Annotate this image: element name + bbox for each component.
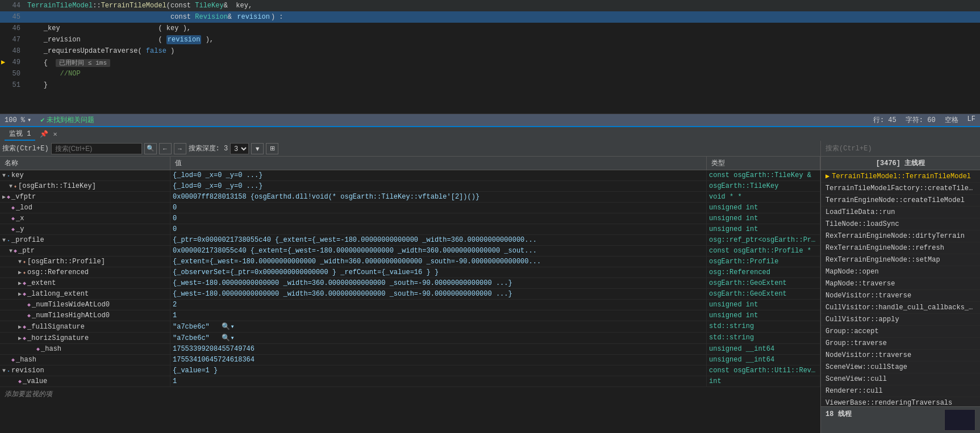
cell-value: {_west=-180.00000000000000 _width=360.00… [170, 289, 707, 299]
callstack-item-renderer-cull[interactable]: Renderer::cull [821, 385, 980, 397]
table-row[interactable]: ◆ _numTilesHighAtLod0 1 unsigned int [0, 310, 820, 321]
table-row[interactable]: ▶ ◆ _extent {_west=-180.00000000000000 _… [0, 278, 820, 289]
expand-icon[interactable]: ▶ [18, 323, 22, 330]
expand-icon[interactable]: ▶ [18, 269, 22, 276]
callstack-item-viewerbase-rendering[interactable]: ViewerBase::renderingTraversals [821, 397, 980, 406]
cell-type: unsigned int [707, 203, 820, 213]
callstack-item-dirty-terrain[interactable]: RexTerrainEngineNode::dirtyTerrain [821, 230, 980, 242]
code-line-45: 45 const Revision& revision) : [0, 11, 980, 23]
type-icon: ⬧ [23, 259, 26, 265]
header-type: 类型 [707, 157, 820, 170]
callstack-item-tilenode[interactable]: TileNode::loadSync [821, 218, 980, 230]
callstack-item-cullvisitor-handle[interactable]: CullVisitor::handle_cull_callbacks_and_t… [821, 302, 980, 314]
cell-name: ◆ _value [0, 376, 170, 386]
expand-icon[interactable]: ▼ [2, 173, 6, 179]
line-number-51: 51 [2, 81, 20, 89]
add-watch-item[interactable]: 添加要监视的项 [0, 387, 820, 401]
cell-type: const osgEarth::TileKey & [707, 170, 820, 180]
cell-type: const osgEarth::Profile * [707, 246, 820, 256]
callstack-item-factory[interactable]: TerrainTileModelFactory::createTileModel [821, 183, 980, 195]
cell-name: ▶ ⬧ osg::Referenced [0, 267, 170, 278]
expand-icon[interactable]: ▶ [18, 291, 22, 297]
table-row[interactable]: ▼ ⬧ [osgEarth::Profile] {_extent={_west=… [0, 257, 820, 267]
watch-header: 监视 1 📌 ✕ [0, 126, 980, 141]
nav-back-button[interactable]: ← [159, 143, 172, 154]
table-row[interactable]: ▶ ◆ _fullSignature "a7cbe6c" 🔍▾ std::str… [0, 321, 820, 333]
watch-close-icon[interactable]: ✕ [53, 130, 57, 138]
callstack-item-nodevisitor-traverse1[interactable]: NodeVisitor::traverse [821, 290, 980, 302]
status-ok: ✔ 未找到相关问题 [40, 115, 94, 125]
var-icon: ◆ [14, 247, 17, 254]
nav-fwd-button[interactable]: → [174, 143, 186, 154]
callstack-item-group-traverse[interactable]: Group::traverse [821, 338, 980, 350]
callstack-item-mapnode-open[interactable]: MapNode::open [821, 266, 980, 278]
table-row[interactable]: ▶ ◆ _horizSignature "a7cbe6c" 🔍▾ std::st… [0, 333, 820, 344]
table-row[interactable]: ◆ _lod 0 unsigned int [0, 203, 820, 213]
callstack-item-cullvisitor-apply[interactable]: CullVisitor::apply [821, 314, 980, 326]
table-row[interactable]: ◆ _hash 17553399208455749746 unsigned __… [0, 344, 820, 355]
cell-type: unsigned __int64 [707, 355, 820, 365]
table-row[interactable]: ▼ ⬩ _profile {_ptr=0x0000021738055c40 {_… [0, 235, 820, 246]
cell-name: ▼ ⬩ key [0, 170, 170, 180]
cell-type: unsigned int [707, 213, 820, 224]
var-icon: ◆ [27, 312, 31, 319]
table-row[interactable]: ▼ ⬧ [osgEarth::TileKey] {_lod=0 _x=0 _y=… [0, 181, 820, 192]
table-row[interactable]: ◆ _y 0 unsigned int [0, 224, 820, 235]
line-number-46: 46 [2, 24, 20, 32]
cell-name: ◆ _lod [0, 203, 170, 213]
callstack-item-setmap[interactable]: RexTerrainEngineNode::setMap [821, 254, 980, 266]
watch-pin-icon: 📌 [40, 130, 48, 138]
callstack-item-mapnode-traverse[interactable]: MapNode::traverse [821, 278, 980, 290]
expand-icon[interactable]: ▼ [2, 237, 6, 243]
table-row[interactable]: ▼ ⬩ key {_lod=0 _x=0 _y=0 ...} const osg… [0, 170, 820, 181]
watch-panel: 搜索(Ctrl+E) 🔍 ← → 搜索深度: 3 3 1 2 5 ▼ ⊞ 名称 … [0, 141, 821, 433]
watch-tab-1[interactable]: 监视 1 [5, 128, 35, 141]
callstack-search-bar [821, 141, 980, 157]
expand-icon[interactable]: ▶ [18, 335, 22, 342]
callstack-item-sceneview-cullstage[interactable]: SceneView::cullStage [821, 361, 980, 373]
table-row[interactable]: ▶ ◆ _vfptr 0x00007ff828013158 {osgEarthd… [0, 192, 820, 203]
callstack-item-loadtiledata[interactable]: LoadTileData::run [821, 207, 980, 218]
expand-icon[interactable]: ▶ [2, 194, 6, 200]
callstack-search-input[interactable] [825, 145, 975, 153]
callstack-item-group-accept[interactable]: Group::accept [821, 326, 980, 338]
table-row[interactable]: ◆ _value 1 int [0, 376, 820, 387]
expand-icon[interactable]: ▼ [9, 248, 12, 254]
expand-icon[interactable]: ▼ [18, 259, 22, 265]
cell-name: ▶ ◆ _extent [0, 278, 170, 288]
code-text-48: _requiresUpdateTraverse( false ) [27, 47, 978, 55]
search-input[interactable] [51, 143, 142, 154]
table-row[interactable]: ◆ _numTilesWideAtLod0 2 unsigned int [0, 300, 820, 310]
expand-icon[interactable]: ▼ [9, 183, 12, 190]
code-line-50: 50 //NOP [0, 68, 980, 79]
search-icon[interactable]: 🔍 [144, 143, 157, 154]
table-row[interactable]: ▼ ⬩ revision {_value=1 } const osgEarth:… [0, 365, 820, 376]
callstack-item-sceneview-cull[interactable]: SceneView::cull [821, 373, 980, 385]
cell-type: unsigned int [707, 300, 820, 310]
table-row[interactable]: ◆ _hash 17553410645724618364 unsigned __… [0, 355, 820, 365]
filter-icon[interactable]: ▼ [251, 143, 264, 154]
table-row[interactable]: ▼ ◆ _ptr 0x0000021738055c40 {_extent={_w… [0, 246, 820, 257]
var-icon: ◆ [11, 226, 15, 233]
table-row[interactable]: ▶ ⬧ osg::Referenced {_observerSet={_ptr=… [0, 267, 820, 278]
expand-icon[interactable]: ⊞ [266, 143, 278, 154]
cell-value: 0 [170, 203, 707, 213]
callstack-item-terrain-tile-model[interactable]: ▶TerrainTileModel::TerrainTileModel [821, 170, 980, 183]
expand-icon[interactable]: ▶ [18, 280, 22, 287]
callstack-item-nodevisitor-traverse2[interactable]: NodeVisitor::traverse [821, 350, 980, 361]
code-line-49: ▶ 49 { 已用时间 ≤ 1ms [0, 57, 980, 68]
table-row[interactable]: ▶ ◆ _latlong_extent {_west=-180.00000000… [0, 289, 820, 300]
zoom-control[interactable]: 100 % ▾ [5, 116, 31, 124]
table-row[interactable]: ◆ _x 0 unsigned int [0, 213, 820, 224]
callstack-item-refresh[interactable]: RexTerrainEngineNode::refresh [821, 242, 980, 254]
callstack-thumbnail [944, 409, 975, 431]
cell-value: 1 [170, 310, 707, 321]
expand-icon[interactable]: ▼ [2, 368, 6, 374]
line-number-47: 47 [2, 36, 20, 44]
cell-value: {_observerSet={_ptr=0x0000000000000000 }… [170, 267, 707, 278]
depth-select[interactable]: 3 1 2 5 [230, 143, 249, 154]
cell-value: 0 [170, 224, 707, 234]
callstack-item-engine-create[interactable]: TerrainEngineNode::createTileModel [821, 195, 980, 207]
code-text-45: const Revision& revision) : [27, 13, 978, 21]
cell-type: void * * [707, 192, 820, 202]
